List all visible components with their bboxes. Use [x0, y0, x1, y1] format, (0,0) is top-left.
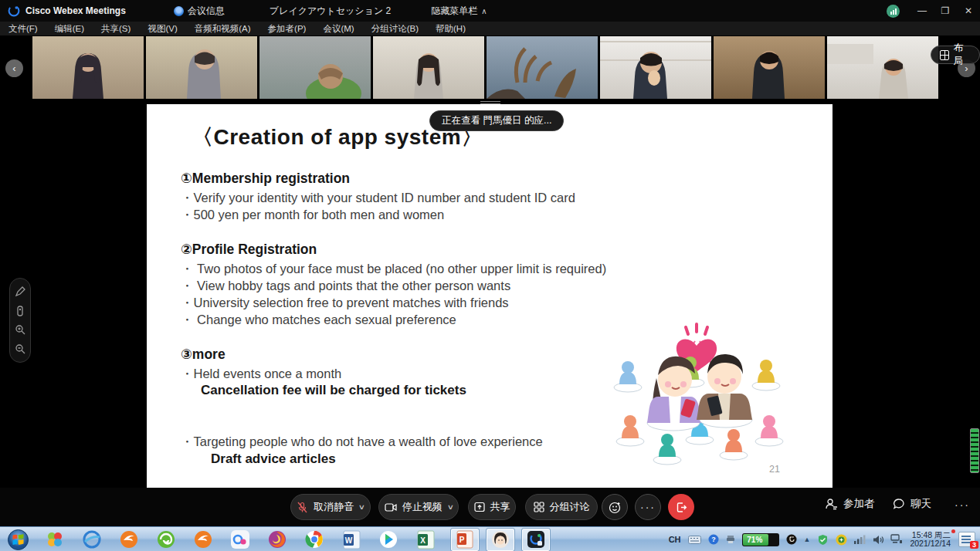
bullet-line: ・Verify your identity with your student … — [181, 189, 832, 206]
video-tile[interactable] — [259, 36, 371, 99]
antivirus-tray-icon[interactable] — [836, 534, 847, 546]
taskbar-app-sogou-input-icon[interactable] — [43, 528, 66, 551]
chevron-up-icon: ∧ — [481, 7, 487, 15]
video-strip: ‹ › 布局 — [0, 35, 980, 101]
strip-scroll-left-button[interactable]: ‹ — [5, 59, 23, 77]
taskbar-app-avatar-button[interactable] — [487, 529, 514, 551]
menu-bar: 文件(F) 编辑(E) 共享(S) 视图(V) 音频和视频(A) 参加者(P) … — [0, 22, 980, 35]
network-signal-icon[interactable] — [854, 535, 866, 544]
system-tray: CH ? 71% ▲ — [669, 527, 980, 551]
language-indicator[interactable]: CH — [669, 535, 681, 544]
zoom-out-icon[interactable] — [15, 343, 25, 354]
leave-meeting-button[interactable] — [668, 494, 694, 520]
menu-edit[interactable]: 编辑(E) — [46, 23, 93, 35]
taskbar-clock[interactable]: 15:48 周二 2021/12/14 — [910, 531, 951, 548]
mic-muted-icon — [297, 502, 308, 513]
webex-logo-icon — [8, 5, 20, 17]
bullet-line: ・500 yen per month for both men and wome… — [181, 206, 832, 223]
slide-section-membership: ①Membership registration ・Verify your id… — [181, 171, 832, 224]
video-tile[interactable] — [32, 36, 144, 99]
remote-control-icon[interactable] — [15, 306, 25, 316]
meeting-control-bar: 取消静音 ∨ 停止视频 ∨ 共享 分组讨论 ··· 参加者 聊天 ··· — [0, 488, 980, 526]
reactions-button[interactable] — [602, 494, 628, 520]
svg-text:?: ? — [711, 536, 716, 543]
more-panels-button[interactable]: ··· — [955, 499, 970, 511]
tray-expand-icon[interactable]: ▲ — [804, 536, 811, 543]
help-icon[interactable]: ? — [708, 534, 719, 545]
section-heading: ②Profile Registration — [181, 242, 832, 258]
menu-help[interactable]: 帮助(H) — [427, 23, 474, 35]
video-tile[interactable] — [827, 36, 938, 99]
hide-menubar-button[interactable]: 隐藏菜单栏 ∧ — [431, 5, 487, 18]
security-tray-icon[interactable] — [817, 534, 829, 546]
video-tile[interactable] — [146, 36, 257, 99]
layout-grid-icon — [940, 50, 949, 60]
chat-panel-button[interactable]: 聊天 — [893, 497, 931, 511]
taskbar-app-firefox-icon[interactable] — [266, 528, 289, 551]
chat-icon — [893, 498, 905, 510]
taskbar-app-internet-explorer-icon[interactable] — [80, 528, 103, 551]
video-tile[interactable] — [600, 36, 711, 99]
share-button[interactable]: 共享 — [468, 494, 516, 520]
participants-panel-button[interactable]: 参加者 — [825, 497, 875, 511]
annotate-icon[interactable] — [15, 286, 25, 297]
leave-meeting-icon — [676, 502, 687, 513]
printer-icon[interactable] — [726, 535, 735, 544]
viewing-tooltip: 正在查看 門馬優日 的应... — [429, 110, 564, 131]
matching-app-illustration — [609, 301, 785, 477]
taskbar-app-powerpoint-button[interactable]: P — [451, 529, 479, 551]
zoom-in-icon[interactable] — [15, 324, 25, 335]
menu-audio-video[interactable]: 音频和视频(A) — [186, 23, 259, 35]
layout-button[interactable]: 布局 — [931, 46, 980, 64]
more-options-button[interactable]: ··· — [635, 494, 661, 520]
taskbar-app-chrome-icon[interactable] — [303, 528, 326, 551]
taskbar-app-webex-button[interactable] — [522, 529, 550, 551]
svg-text:X: X — [420, 536, 426, 544]
taskbar-app-excel-icon[interactable]: X — [414, 528, 437, 551]
power-plug-icon[interactable] — [786, 534, 797, 545]
minimize-button[interactable]: — — [910, 0, 934, 22]
camera-icon — [385, 502, 397, 512]
bullet-line: ・ View hobby tags and points that the ot… — [181, 277, 832, 294]
network-connection-icon[interactable] — [890, 534, 903, 545]
illustration-woman — [647, 357, 701, 431]
chevron-down-icon[interactable]: ∨ — [446, 503, 453, 511]
shared-slide: 〈Creation of app system〉 ①Membership reg… — [147, 104, 832, 488]
video-tile[interactable] — [373, 36, 484, 99]
share-float-toolbar — [9, 278, 31, 363]
keyboard-icon[interactable] — [688, 536, 701, 544]
maximize-button[interactable]: ❐ — [934, 0, 957, 22]
menu-participants[interactable]: 参加者(P) — [259, 23, 315, 35]
video-tile[interactable] — [487, 36, 598, 99]
taskbar-app-sogou-browser-icon[interactable] — [117, 528, 141, 551]
connection-indicator-icon — [887, 5, 900, 18]
notification-center-icon[interactable]: 3 — [958, 532, 975, 547]
chevron-down-icon[interactable]: ∨ — [358, 503, 365, 511]
breakout-session-tab[interactable]: ブレイクアウトセッション 2 — [270, 5, 391, 18]
menu-view[interactable]: 视图(V) — [139, 23, 185, 35]
taskbar-app-tencent-video-icon[interactable] — [377, 528, 400, 551]
speaker-icon[interactable] — [873, 535, 883, 545]
breakout-button[interactable]: 分组讨论 — [525, 494, 598, 520]
menu-breakout[interactable]: 分组讨论(B) — [363, 23, 427, 35]
window-titlebar: Cisco Webex Meetings 会议信息 ブレイクアウトセッション 2… — [0, 0, 980, 22]
unmute-button[interactable]: 取消静音 ∨ — [290, 494, 371, 520]
more-icon: ··· — [640, 501, 656, 513]
svg-text:P: P — [459, 536, 465, 544]
participants-icon — [825, 498, 838, 510]
taskbar-app-baidu-netdisk-icon[interactable] — [229, 528, 252, 551]
meeting-info-button[interactable]: 会议信息 — [174, 5, 225, 18]
taskbar-app-sogou-browser2-icon[interactable] — [192, 528, 215, 551]
taskbar-app-word-icon[interactable]: W — [340, 528, 363, 551]
taskbar-app-360-browser-icon[interactable] — [154, 528, 178, 551]
menu-share[interactable]: 共享(S) — [93, 23, 139, 35]
start-button[interactable] — [6, 528, 29, 551]
menu-file[interactable]: 文件(F) — [0, 23, 46, 35]
menu-meeting[interactable]: 会议(M) — [314, 23, 362, 35]
video-tile[interactable] — [714, 36, 825, 99]
battery-indicator[interactable]: 71% — [742, 533, 779, 546]
close-button[interactable]: ✕ — [957, 0, 980, 22]
stop-video-button[interactable]: 停止视频 ∨ — [378, 494, 459, 520]
shared-content-stage: 正在查看 門馬優日 的应... 〈Creation of app system〉… — [0, 101, 980, 488]
reactions-smiley-icon — [609, 501, 622, 514]
